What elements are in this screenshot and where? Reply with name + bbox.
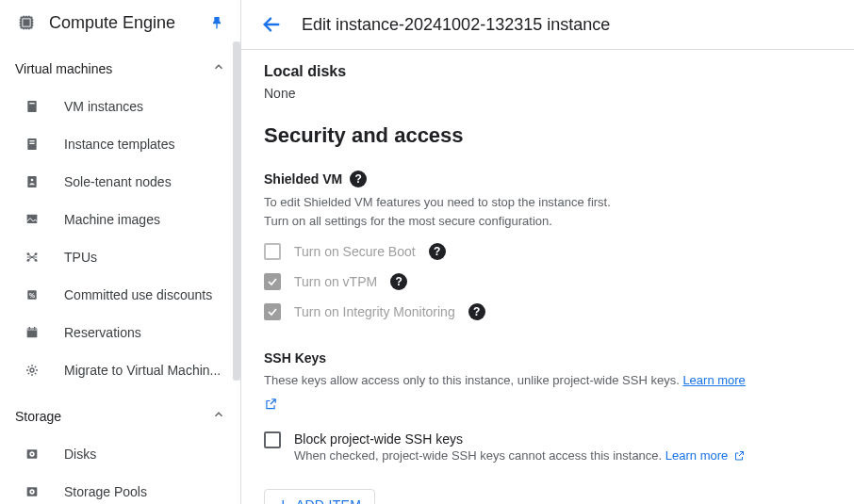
sidebar: Compute Engine Virtual machines VM insta…	[0, 0, 241, 504]
shielded-vm-section: Shielded VM ? To edit Shielded VM featur…	[264, 171, 831, 320]
content: Local disks None Security and access Shi…	[241, 50, 854, 504]
svg-rect-32	[27, 328, 38, 331]
nav-group-header-storage[interactable]: Storage	[0, 397, 240, 435]
sidebar-item-instance-templates[interactable]: Instance templates	[0, 125, 240, 163]
chevron-up-icon	[212, 60, 225, 76]
svg-point-38	[31, 453, 33, 455]
svg-point-20	[31, 179, 34, 182]
svg-text:%: %	[29, 292, 35, 299]
checkbox-vtpm: Turn on vTPM ?	[264, 273, 831, 290]
svg-point-26	[35, 253, 37, 255]
sidebar-item-disks[interactable]: Disks	[0, 435, 240, 473]
checkbox-input	[264, 273, 281, 290]
shielded-vm-desc1: To edit Shielded VM features you need to…	[264, 193, 831, 212]
svg-rect-18	[29, 143, 34, 144]
svg-rect-19	[27, 176, 36, 187]
security-heading: Security and access	[264, 123, 831, 148]
help-icon[interactable]: ?	[390, 273, 407, 290]
local-disks-heading: Local disks	[264, 63, 831, 80]
sidebar-header: Compute Engine	[0, 0, 240, 45]
ssh-keys-title: SSH Keys	[264, 350, 326, 366]
checkbox-integrity-monitoring: Turn on Integrity Monitoring ?	[264, 303, 831, 320]
plus-icon: +	[278, 496, 288, 504]
nav-group-vm: Virtual machines VM instances Instance t…	[0, 45, 240, 393]
checkbox-input	[264, 243, 281, 260]
sidebar-item-storage-pools[interactable]: Storage Pools	[0, 473, 240, 504]
sidebar-item-migrate[interactable]: Migrate to Virtual Machin...	[0, 351, 240, 389]
discount-icon: %	[23, 285, 41, 304]
product-title: Compute Engine	[49, 13, 197, 33]
svg-rect-15	[29, 103, 34, 104]
sidebar-item-reservations[interactable]: Reservations	[0, 314, 240, 351]
main-header: Edit instance-20241002-132315 instance	[241, 0, 854, 50]
vm-instance-icon	[23, 97, 41, 116]
svg-rect-14	[27, 101, 36, 112]
sidebar-item-sole-tenant[interactable]: Sole-tenant nodes	[0, 163, 240, 201]
back-button[interactable]	[260, 13, 283, 36]
learn-more-link[interactable]: Learn more	[682, 373, 745, 387]
help-icon[interactable]: ?	[350, 171, 367, 187]
svg-point-35	[30, 368, 34, 372]
compute-engine-icon	[15, 11, 38, 34]
sole-tenant-icon	[23, 172, 41, 191]
storage-pool-icon	[23, 482, 41, 501]
help-icon[interactable]: ?	[429, 243, 446, 260]
svg-point-41	[31, 491, 33, 493]
migrate-icon	[23, 361, 41, 380]
add-item-button[interactable]: + ADD ITEM	[264, 489, 375, 504]
page-title: Edit instance-20241002-132315 instance	[302, 15, 610, 35]
sidebar-item-machine-images[interactable]: Machine images	[0, 201, 240, 238]
shielded-vm-desc2: Turn on all settings for the most secure…	[264, 212, 831, 231]
help-icon[interactable]: ?	[468, 303, 485, 320]
shielded-vm-title: Shielded VM ?	[264, 171, 367, 187]
ssh-keys-desc: These keys allow access only to this ins…	[264, 371, 831, 390]
sidebar-item-vm-instances[interactable]: VM instances	[0, 88, 240, 125]
reservations-icon	[23, 323, 41, 342]
disk-icon	[23, 445, 41, 463]
block-ssh-label: Block project-wide SSH keys	[294, 431, 745, 447]
checkbox-block-ssh[interactable]: Block project-wide SSH keys When checked…	[264, 431, 831, 463]
checkbox-input	[264, 303, 281, 320]
svg-point-25	[27, 253, 29, 255]
checkbox-input[interactable]	[264, 431, 281, 448]
svg-point-27	[27, 259, 29, 261]
ssh-keys-section: SSH Keys These keys allow access only to…	[264, 350, 831, 504]
sidebar-scrollbar[interactable]	[233, 41, 240, 381]
sidebar-item-tpus[interactable]: TPUs	[0, 238, 240, 276]
svg-point-28	[35, 259, 37, 261]
learn-more-link[interactable]: Learn more	[665, 448, 728, 463]
local-disks-value: None	[264, 86, 831, 101]
svg-rect-17	[29, 140, 34, 141]
svg-rect-1	[24, 20, 29, 25]
nav-group-header-vm[interactable]: Virtual machines	[0, 49, 240, 88]
checkbox-secure-boot: Turn on Secure Boot ?	[264, 243, 831, 260]
block-ssh-desc: When checked, project-wide SSH keys cann…	[294, 448, 745, 463]
chevron-up-icon	[212, 408, 225, 424]
machine-image-icon	[23, 210, 41, 229]
tpu-icon	[23, 248, 41, 267]
external-link-icon[interactable]	[264, 396, 831, 411]
sidebar-item-committed-use[interactable]: % Committed use discounts	[0, 276, 240, 314]
svg-rect-21	[27, 215, 38, 223]
pin-icon[interactable]	[208, 14, 225, 31]
template-icon	[23, 135, 41, 154]
main: Edit instance-20241002-132315 instance L…	[241, 0, 854, 504]
nav-group-storage: Storage Disks Storage Pools	[0, 393, 240, 504]
